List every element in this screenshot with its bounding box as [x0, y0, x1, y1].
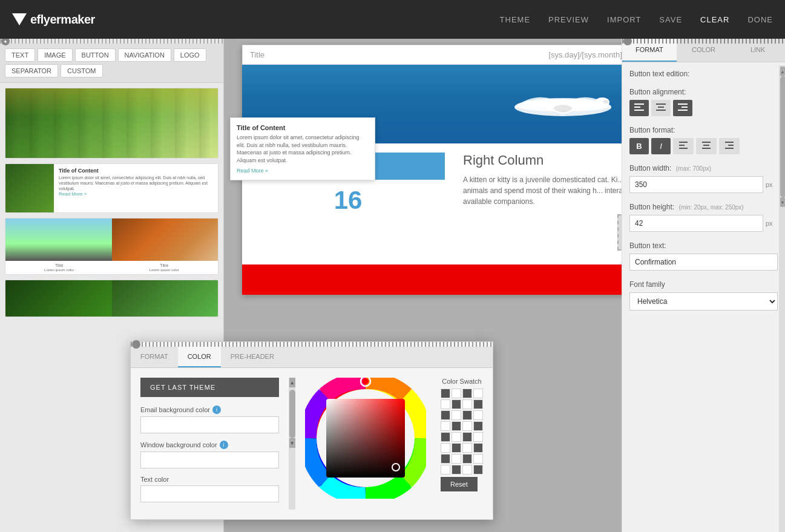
- swatch-cell[interactable]: [462, 443, 472, 453]
- cpanel-tab-color[interactable]: COLOR: [178, 347, 221, 367]
- email-bg-color-input[interactable]: [140, 416, 279, 433]
- list-item[interactable]: TitreLorem ipsum color TitreLorem ipsum …: [5, 218, 218, 275]
- swatch-cell[interactable]: [441, 443, 450, 453]
- color-wheel-wrapper[interactable]: [305, 378, 426, 499]
- right-panel-scrollbar[interactable]: ▲ ▼: [779, 65, 785, 532]
- format-align-left-button[interactable]: [673, 138, 694, 154]
- svg-rect-6: [634, 103, 644, 105]
- swatch-cell[interactable]: [452, 410, 461, 420]
- scrollbar-up-btn[interactable]: ▲: [780, 67, 785, 76]
- swatch-cell[interactable]: [441, 432, 450, 442]
- toolbar-btn-navigation[interactable]: NAVIGATION: [118, 48, 171, 62]
- list-item[interactable]: [5, 88, 218, 159]
- svg-rect-11: [656, 110, 666, 111]
- alignment-buttons: [629, 100, 778, 116]
- svg-rect-23: [725, 148, 734, 149]
- bold-button[interactable]: B: [629, 138, 649, 154]
- button-width-input[interactable]: [629, 176, 763, 193]
- canvas-title-left: Title: [250, 50, 264, 59]
- reset-button[interactable]: Reset: [441, 477, 478, 491]
- swatch-cell[interactable]: [473, 389, 483, 398]
- swatch-cell[interactable]: [462, 421, 472, 431]
- color-scroll-down[interactable]: ▼: [289, 438, 295, 448]
- button-width-input-row: px: [629, 176, 778, 193]
- color-scroll-thumb[interactable]: [289, 390, 295, 438]
- swatch-cell[interactable]: [473, 432, 483, 442]
- window-bg-info-icon[interactable]: i: [220, 441, 228, 449]
- swatch-cell[interactable]: [441, 421, 450, 431]
- swatch-cell[interactable]: [462, 432, 472, 442]
- toolbar-btn-logo[interactable]: LOGO: [174, 48, 206, 62]
- nav-import[interactable]: IMPORT: [607, 15, 641, 24]
- swatch-cell[interactable]: [441, 399, 450, 409]
- swatch-cell[interactable]: [473, 410, 483, 420]
- nav-save[interactable]: SAVE: [659, 15, 682, 24]
- swatch-cell[interactable]: [473, 421, 483, 431]
- button-text-label: Button text:: [629, 241, 778, 250]
- list-item[interactable]: [5, 280, 218, 317]
- nav-done[interactable]: DONE: [747, 15, 773, 24]
- get-last-theme-button[interactable]: GET LAST THEME: [140, 378, 279, 397]
- toolbar-btn-custom[interactable]: CUSTOM: [61, 64, 102, 77]
- toolbar-btn-image[interactable]: IMAGE: [38, 48, 72, 62]
- swatch-cell[interactable]: [452, 389, 461, 398]
- format-align-right-button[interactable]: [719, 138, 740, 154]
- right-panel: FORMAT COLOR LINK Button text edition: B…: [622, 39, 785, 532]
- align-center-button[interactable]: [651, 100, 671, 116]
- email-bg-info-icon[interactable]: i: [212, 406, 221, 414]
- button-height-input[interactable]: [629, 215, 763, 232]
- list-item[interactable]: Title of Content Lorem ipsum dolor sit a…: [5, 163, 218, 213]
- swatch-cell[interactable]: [452, 432, 461, 442]
- swatch-cell[interactable]: [462, 454, 472, 464]
- swatch-cell[interactable]: [441, 410, 450, 420]
- canvas-right-column[interactable]: Right Column A kitten or kitty is a juve…: [454, 143, 622, 264]
- swatch-cell[interactable]: [452, 421, 461, 431]
- swatch-cell[interactable]: [452, 443, 461, 453]
- swatch-cell[interactable]: [473, 465, 483, 475]
- swatch-cell[interactable]: [441, 389, 450, 398]
- swatch-cell[interactable]: [452, 465, 461, 475]
- canvas-title-bar: Title [sys.day]/[sys.month]/[sys.year]: [242, 45, 622, 65]
- toolbar-btn-text[interactable]: TEXT: [5, 48, 35, 62]
- swatch-cell[interactable]: [452, 454, 461, 464]
- left-panel-handle: [0, 39, 223, 44]
- color-panel-scrollbar[interactable]: ▲ ▼: [289, 378, 295, 510]
- window-bg-color-input[interactable]: [140, 452, 279, 468]
- tooltip-link[interactable]: Read More »: [237, 168, 369, 174]
- tooltip-title: Title of Content: [237, 124, 369, 131]
- swatch-cell[interactable]: [441, 454, 450, 464]
- toolbar-btn-separator[interactable]: SEPARATOR: [5, 64, 58, 77]
- format-align-center-button[interactable]: [696, 138, 717, 154]
- format-buttons: B I: [629, 138, 778, 154]
- canvas-red-section[interactable]: on: [242, 264, 622, 295]
- align-right-button[interactable]: [673, 100, 692, 116]
- button-text-input[interactable]: [629, 254, 778, 271]
- svg-rect-16: [679, 145, 685, 146]
- swatch-cell[interactable]: [462, 410, 472, 420]
- thumb-label-2: TitreLorem ipsum color: [113, 263, 216, 272]
- scrollbar-thumb[interactable]: [780, 76, 785, 197]
- text-color-input[interactable]: [140, 485, 279, 502]
- font-family-select[interactable]: Helvetica Arial Times New Roman Georgia …: [629, 292, 778, 310]
- swatch-cell[interactable]: [473, 399, 483, 409]
- swatch-cell[interactable]: [462, 465, 472, 475]
- swatch-cell[interactable]: [473, 454, 483, 464]
- nav-preview[interactable]: PREVIEW: [548, 15, 589, 24]
- swatch-cell[interactable]: [473, 443, 483, 453]
- toolbar-btn-button[interactable]: BUTTON: [75, 48, 116, 62]
- nav-theme[interactable]: THEME: [500, 15, 531, 24]
- scrollbar-down-btn[interactable]: ▼: [780, 197, 785, 207]
- swatch-cell[interactable]: [462, 399, 472, 409]
- scroll-arrow[interactable]: ⌄: [617, 214, 622, 251]
- swatch-cell[interactable]: [441, 465, 450, 475]
- cpanel-tab-format[interactable]: FORMAT: [131, 347, 178, 367]
- nav-clear[interactable]: CLEAR: [700, 15, 729, 24]
- swatch-cell[interactable]: [452, 399, 461, 409]
- section-button-text-edition: Button text edition:: [629, 70, 778, 78]
- swatch-cell[interactable]: [462, 389, 472, 398]
- color-scroll-up[interactable]: ▲: [289, 378, 295, 387]
- italic-button[interactable]: I: [651, 138, 671, 154]
- cpanel-tab-pre-header[interactable]: PRE-HEADER: [221, 347, 284, 367]
- thumb-text: Lorem ipsum dolor sit amet, consectetur …: [59, 175, 213, 191]
- align-left-button[interactable]: [629, 100, 649, 116]
